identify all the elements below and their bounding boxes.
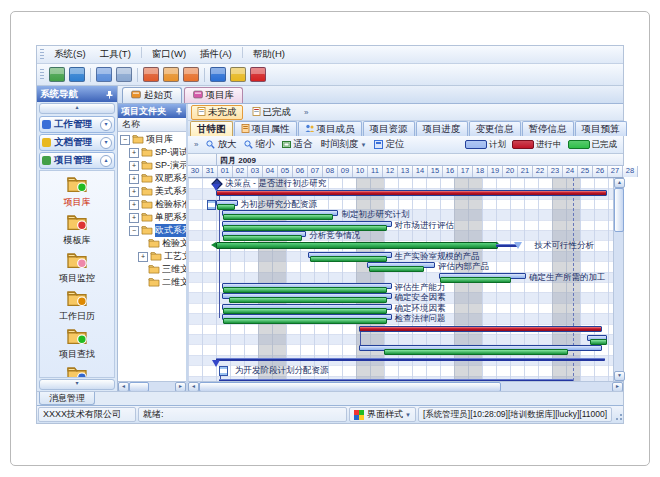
tab-start-page[interactable]: 起始页 bbox=[122, 87, 182, 103]
nav-item-task-search[interactable]: 任务查找 bbox=[59, 365, 95, 378]
filter-unfinished[interactable]: 未完成 bbox=[191, 105, 243, 120]
tab-project-budget[interactable]: 项目预算 bbox=[575, 121, 627, 136]
tab-project-library[interactable]: 项目库 bbox=[184, 87, 244, 103]
nav-item-project-search[interactable]: 项目查找 bbox=[59, 327, 95, 361]
menu-item[interactable]: 窗口(W) bbox=[145, 47, 193, 62]
toolbar-grip[interactable] bbox=[40, 69, 44, 80]
gantt-bar-progress[interactable] bbox=[223, 287, 387, 293]
menu-item[interactable]: 系统(S) bbox=[47, 47, 93, 62]
expand-icon[interactable]: + bbox=[129, 161, 139, 171]
gantt-bar-progress[interactable] bbox=[369, 266, 424, 272]
gantt-bar-progress[interactable] bbox=[310, 256, 388, 262]
tab-project-properties[interactable]: 项目属性 bbox=[234, 121, 297, 136]
sidebar-panel-document-management[interactable]: 文档管理▾ bbox=[39, 134, 115, 151]
menu-item[interactable]: 工具(T) bbox=[93, 47, 138, 62]
gantt-bar-progress[interactable] bbox=[217, 204, 234, 210]
nav-item-project-library[interactable]: 项目库 bbox=[64, 175, 91, 209]
tree-node[interactable]: 三维文件 bbox=[118, 263, 186, 276]
collapse-icon[interactable]: − bbox=[120, 135, 130, 145]
gantt-vscrollbar[interactable]: ▲ ▼ bbox=[613, 178, 623, 381]
tree-node[interactable]: +美式系列 bbox=[118, 185, 186, 198]
gantt-toolbar-more[interactable]: » bbox=[190, 140, 202, 149]
scroll-down-icon[interactable]: ▼ bbox=[614, 371, 625, 381]
tree-node[interactable]: +检验标准 bbox=[118, 198, 186, 211]
chevron-down-icon[interactable]: ▾ bbox=[100, 119, 112, 131]
gantt-bar-progress[interactable] bbox=[229, 297, 388, 303]
gantt-bar-progress[interactable] bbox=[590, 339, 607, 345]
collapse-icon[interactable]: − bbox=[129, 226, 139, 236]
locate-button[interactable]: 定位 bbox=[370, 138, 408, 152]
ui-style-dropdown[interactable]: 界面样式▼ bbox=[349, 407, 416, 422]
tree-node[interactable]: +双肥系列 bbox=[118, 172, 186, 185]
tree-node[interactable]: −欧式系列 bbox=[118, 224, 186, 237]
menu-item[interactable]: 帮助(H) bbox=[246, 47, 292, 62]
help-icon[interactable] bbox=[210, 67, 226, 82]
sidebar-collapse-strip[interactable]: ▴ bbox=[39, 103, 115, 114]
chevron-up-icon[interactable]: ▴ bbox=[100, 155, 112, 167]
timescale-dropdown[interactable]: 时间刻度▼ bbox=[316, 138, 370, 152]
gantt-bar-progress[interactable] bbox=[384, 349, 568, 355]
filter-more-button[interactable]: » bbox=[300, 108, 312, 117]
report-new-icon[interactable] bbox=[143, 67, 159, 82]
tree-node[interactable]: +单肥系列 bbox=[118, 211, 186, 224]
expand-icon[interactable]: + bbox=[129, 148, 139, 158]
report-delete-icon[interactable] bbox=[183, 67, 199, 82]
tree-hscrollbar[interactable]: ◄ ► bbox=[118, 381, 186, 391]
tab-change-info[interactable]: 变更信息 bbox=[469, 121, 521, 136]
tree-node[interactable]: +工艺文件 bbox=[118, 250, 186, 263]
gantt-bar-active[interactable] bbox=[216, 190, 607, 196]
tree-node[interactable]: −项目库 bbox=[118, 133, 186, 146]
sidebar-panel-work-management[interactable]: 工作管理▾ bbox=[39, 116, 115, 133]
expand-icon[interactable]: + bbox=[129, 187, 139, 197]
gantt-bar-progress[interactable] bbox=[223, 308, 387, 314]
gantt-bar-progress[interactable] bbox=[223, 318, 387, 324]
zoom-out-button[interactable]: 缩小 bbox=[240, 138, 278, 152]
tree-node[interactable]: +SP-调试机系 bbox=[118, 146, 186, 159]
report-edit-icon[interactable] bbox=[163, 67, 179, 82]
lock-icon[interactable] bbox=[230, 67, 246, 82]
expand-icon[interactable]: + bbox=[129, 213, 139, 223]
window-icon[interactable] bbox=[96, 67, 112, 82]
expand-icon[interactable]: + bbox=[138, 252, 148, 262]
scroll-up-icon[interactable]: ▲ bbox=[614, 178, 625, 188]
nav-item-project-monitor[interactable]: 项目监控 bbox=[59, 251, 95, 285]
gantt-bar-active[interactable] bbox=[359, 326, 602, 332]
gantt-chart-area[interactable]: 决策点 - 是否进行初步研究为初步研究分配资源制定初步研究计划对市场进行评估分析… bbox=[188, 178, 613, 381]
gantt-bar-progress[interactable] bbox=[223, 225, 387, 231]
tab-project-members[interactable]: 项目成员 bbox=[298, 121, 362, 136]
workspace-icon[interactable] bbox=[116, 67, 132, 82]
tree-node[interactable]: +SP-演示机系 bbox=[118, 159, 186, 172]
globe-icon[interactable] bbox=[69, 67, 85, 82]
filter-finished[interactable]: 已完成 bbox=[246, 105, 298, 120]
gantt-summary-line[interactable] bbox=[216, 358, 605, 361]
pin-icon[interactable] bbox=[105, 90, 114, 99]
tree-node[interactable]: 检验文件 bbox=[118, 237, 186, 250]
desktop-icon[interactable] bbox=[49, 67, 65, 82]
expand-icon[interactable]: + bbox=[129, 174, 139, 184]
tab-project-progress[interactable]: 项目进度 bbox=[416, 121, 468, 136]
menubar-grip[interactable] bbox=[40, 49, 44, 60]
sidebar-bottom-strip[interactable]: ▾ bbox=[39, 379, 115, 390]
chevron-down-icon[interactable]: ▾ bbox=[100, 137, 112, 149]
expand-icon[interactable]: + bbox=[129, 200, 139, 210]
message-management-tab[interactable]: 消息管理 bbox=[39, 392, 95, 405]
menu-item[interactable]: 插件(A) bbox=[193, 47, 239, 62]
scrollbar-thumb[interactable] bbox=[614, 188, 624, 232]
power-icon[interactable] bbox=[250, 67, 266, 82]
nav-item-work-calendar[interactable]: 工作日历 bbox=[59, 289, 95, 323]
zoom-in-button[interactable]: 放大 bbox=[202, 138, 240, 152]
tree-node[interactable]: 二维文件 bbox=[118, 276, 186, 289]
tab-project-resources[interactable]: 项目资源 bbox=[363, 121, 415, 136]
gantt-hscrollbar[interactable]: ◄ ► bbox=[188, 381, 623, 391]
gantt-bar-progress[interactable] bbox=[223, 235, 302, 241]
sidebar-panel-project-management[interactable]: 项目管理▴ bbox=[39, 152, 115, 169]
gantt-summary-line[interactable] bbox=[219, 379, 573, 381]
tab-gantt-chart[interactable]: 甘特图 bbox=[190, 121, 233, 136]
pin-icon[interactable] bbox=[175, 107, 183, 115]
gantt-bar-progress[interactable] bbox=[223, 214, 333, 220]
gantt-bar-progress[interactable] bbox=[440, 277, 511, 283]
resize-grip[interactable] bbox=[613, 408, 623, 421]
fit-button[interactable]: 适合 bbox=[278, 138, 316, 152]
nav-item-template-library[interactable]: 模板库 bbox=[64, 213, 91, 247]
tab-pause-info[interactable]: 暂停信息 bbox=[522, 121, 574, 136]
